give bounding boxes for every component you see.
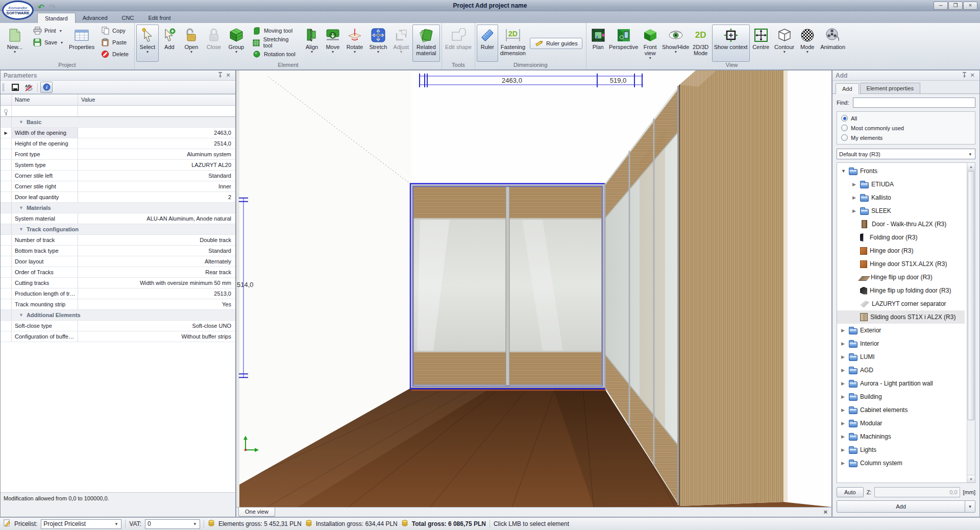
parameter-row[interactable]: ▼ Configuration of buffe… Without buffer… <box>1 331 235 342</box>
add-element-button[interactable]: Add <box>159 25 180 62</box>
3d-viewport[interactable]: 2463,0 519,0 514,0 <box>236 70 832 507</box>
tree-item[interactable]: Door - Walk-thru AL2X (R3) <box>837 218 965 231</box>
view-tab-one-view[interactable]: One view <box>238 508 275 517</box>
tree-expand-arrow[interactable] <box>841 421 846 426</box>
front-view-button[interactable]: Front view ▾ <box>639 25 662 62</box>
add-panel-tab[interactable]: Element properties <box>860 83 920 93</box>
parameter-row[interactable]: ▼ Front type Aluminum system <box>1 149 235 160</box>
parameter-value[interactable]: Soft-close UNO <box>78 321 235 331</box>
tree-expand-arrow[interactable] <box>841 461 846 466</box>
tree-expand-arrow[interactable] <box>841 354 846 359</box>
parameter-value[interactable]: Without buffer strips <box>78 331 235 342</box>
animation-button[interactable]: Animation <box>818 25 848 62</box>
parameter-value[interactable]: Yes <box>78 299 235 309</box>
tree-expand-arrow[interactable] <box>841 407 846 413</box>
rotate-button[interactable]: Rotate ▾ <box>344 25 366 62</box>
parameter-row[interactable]: ▼Basic <box>1 117 235 128</box>
scroll-down-icon[interactable]: ▼ <box>967 475 975 483</box>
parameter-row[interactable]: ▼ Cutting tracks Width with oversize min… <box>1 278 235 288</box>
properties-button[interactable]: Properties <box>67 25 96 62</box>
redo-icon[interactable]: ↷ <box>50 3 56 12</box>
tree-item[interactable]: Hinge flip up folding door (R3) <box>837 284 965 297</box>
tree-item[interactable]: Fronts <box>837 164 965 178</box>
tree-item[interactable]: SLEEK <box>837 204 965 218</box>
hide-names-button[interactable]: AB <box>22 82 35 93</box>
tree-expand-arrow[interactable] <box>852 182 857 187</box>
mode-button[interactable]: Mode ▾ <box>797 25 818 62</box>
copy-button[interactable]: Copy <box>99 26 131 36</box>
tree-expand-arrow[interactable] <box>841 368 846 373</box>
print-button[interactable]: Print ▾ <box>31 26 65 36</box>
align-button[interactable]: Align ▾ <box>302 25 322 62</box>
show-context-button[interactable]: Show context <box>712 25 750 62</box>
parameter-value[interactable]: 2514,0 <box>78 138 235 149</box>
tree-expand-arrow[interactable] <box>841 381 846 386</box>
delete-button[interactable]: Delete <box>99 49 131 59</box>
tree-scrollbar[interactable]: ▲ ▼ <box>967 163 975 483</box>
tree-item[interactable]: Kallisto <box>837 191 965 204</box>
close-panel-icon[interactable]: ✕ <box>968 72 976 79</box>
parameter-row[interactable]: ▼Materials <box>1 203 235 213</box>
parameter-value[interactable]: Width with oversize minimum 50 mm <box>78 278 235 288</box>
tree-item[interactable]: Interior <box>837 337 965 350</box>
parameter-row[interactable]: ▼Track configuration <box>1 224 235 235</box>
group-button[interactable]: Group ▾ <box>225 25 248 62</box>
tree-item[interactable]: Exterior <box>837 324 965 337</box>
filter-radio[interactable]: My elements <box>841 134 971 141</box>
related-material-button[interactable]: Related material <box>412 25 440 62</box>
scroll-up-icon[interactable]: ▲ <box>967 163 975 171</box>
tree-expand-arrow[interactable] <box>841 168 846 174</box>
parameters-table-header[interactable]: Name Value <box>1 94 235 106</box>
parameter-value[interactable]: Alternately <box>78 256 235 267</box>
parameter-value[interactable]: LAZURYT AL20 <box>78 160 235 170</box>
tree-item[interactable]: Building <box>837 390 965 403</box>
layout-toggle-button[interactable] <box>9 82 21 93</box>
auto-button[interactable]: Auto <box>837 487 864 497</box>
column-header-value[interactable]: Value <box>78 94 235 105</box>
ribbon-tab[interactable]: Advanced <box>76 13 115 23</box>
tree-item[interactable]: Column system <box>837 456 965 470</box>
add-element-confirm-button[interactable]: Add <box>837 500 965 513</box>
parameter-row[interactable]: ▼Additional Elements <box>1 310 235 321</box>
parameter-value[interactable]: 2463,0 <box>78 128 235 138</box>
tree-item[interactable]: Lights <box>837 443 965 456</box>
parameter-row[interactable]: ▼ System type LAZURYT AL20 <box>1 160 235 171</box>
tree-item[interactable]: Machinings <box>837 430 965 443</box>
scrollbar-thumb[interactable] <box>968 171 974 420</box>
parameter-value[interactable]: 2 <box>78 192 235 202</box>
tree-item[interactable]: Sliding doors ST1X i AL2X (R3) <box>837 310 965 324</box>
paste-button[interactable]: Paste <box>99 37 131 47</box>
ruler-button[interactable]: Ruler <box>477 25 498 62</box>
z-input[interactable]: 0,0 <box>874 487 960 497</box>
filter-radio[interactable]: Most commonly used <box>841 125 971 131</box>
parameter-row[interactable]: ▼ Production length of tr… 2513,0 <box>1 288 235 299</box>
ribbon-tab[interactable]: Standard <box>37 13 76 23</box>
parameter-row[interactable]: ▼ Order of Tracks Rear track <box>1 267 235 278</box>
undo-icon[interactable]: ↶ <box>38 3 44 12</box>
parameter-value[interactable]: 2513,0 <box>78 288 235 299</box>
open-button[interactable]: Open ▾ <box>180 25 203 62</box>
rotation-tool-button[interactable]: Rotation tool <box>250 49 299 59</box>
plan-button[interactable]: Plan <box>588 25 608 62</box>
tree-item[interactable]: Cabinet elements <box>837 403 965 417</box>
filter-radio[interactable]: All <box>841 115 971 122</box>
show-hide-button[interactable]: Show/Hide ▾ <box>662 25 690 62</box>
contour-button[interactable]: Contour ▾ <box>772 25 797 62</box>
find-input[interactable] <box>853 98 975 108</box>
parameter-value[interactable]: Double track <box>78 235 235 245</box>
pin-icon[interactable] <box>960 72 968 79</box>
tree-item[interactable]: LAZURYT corner separator <box>837 297 965 310</box>
selected-sliding-doors-unit[interactable] <box>410 184 606 391</box>
2d3d-mode-button[interactable]: 2D 2D/3D Mode <box>690 25 712 62</box>
parameter-value[interactable]: Inner <box>78 181 235 191</box>
parameter-value[interactable]: Rear track <box>78 267 235 277</box>
tree-expand-arrow[interactable] <box>841 394 846 399</box>
parameter-row[interactable]: ▼ Track mounting strip Yes <box>1 299 235 310</box>
parameter-row[interactable]: ▼ Corner stile left Standard <box>1 171 235 181</box>
move-button[interactable]: Move ▾ <box>323 25 343 62</box>
add-button-dropdown[interactable]: ▾ <box>965 500 975 513</box>
tree-item[interactable]: Modular <box>837 417 965 430</box>
parameter-row[interactable]: ▼ Door leaf quantity 2 <box>1 192 235 203</box>
ruler-guides-button[interactable]: Ruler guides <box>530 38 582 49</box>
ribbon-tab[interactable]: Edit front <box>141 13 178 23</box>
